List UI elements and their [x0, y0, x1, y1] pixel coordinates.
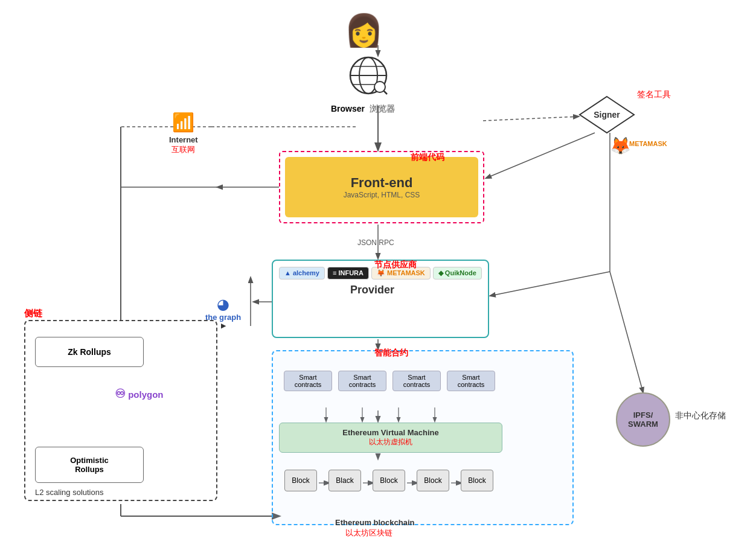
- frontend-title: Front-end: [351, 175, 413, 191]
- smart-contract-2: Smart contracts: [338, 371, 386, 391]
- wifi-icon: 📶: [169, 112, 198, 133]
- frontend-inner: Front-end JavaScript, HTML, CSS: [285, 157, 478, 217]
- block-2: Black: [328, 470, 361, 491]
- svg-line-7: [486, 133, 595, 178]
- thegraph-section: ◕ the graph ▶: [205, 296, 241, 330]
- quicknode-logo: ◆ QuikNode: [433, 267, 482, 280]
- block-5: Block: [461, 470, 493, 491]
- svg-text:Signer: Signer: [594, 110, 620, 120]
- smart-contract-1: Smart contracts: [284, 371, 332, 391]
- optimistic-line1: Optimistic: [70, 456, 109, 465]
- signer-section: Signer: [577, 94, 637, 138]
- provider-label-cn: 节点供应商: [374, 260, 417, 270]
- svg-line-9: [490, 272, 610, 296]
- signer-diamond-icon: Signer: [577, 94, 637, 136]
- ipfs-decentralized: 非中心化存储: [675, 410, 726, 421]
- block-3: Block: [373, 470, 405, 491]
- thegraph-icon: ◕: [205, 296, 241, 313]
- user-avatar: 👩: [344, 12, 383, 49]
- frontend-label-cn: 前端代码: [411, 152, 444, 163]
- smart-label-cn: 智能合约: [374, 348, 408, 359]
- ethereum-blockchain-cn: 以太坊区块链: [345, 528, 392, 538]
- smart-contract-3: Smart contracts: [392, 371, 441, 391]
- alchemy-logo: ▲ alchemy: [279, 267, 325, 280]
- frontend-subtitle: JavaScript, HTML, CSS: [344, 191, 420, 199]
- internet-section: 📶 Internet 互联网: [169, 112, 198, 155]
- thegraph-label: the graph: [205, 313, 241, 322]
- infura-logo: ≡ INFURA: [327, 267, 369, 280]
- provider-box: ▲ alchemy ≡ INFURA 🦊 METAMASK ◆ QuikNode: [272, 260, 489, 338]
- diagram: 👩 Browser 浏览器 📶 Internet 互联网 Signer 签名工具: [0, 0, 756, 559]
- svg-line-6: [483, 117, 578, 121]
- provider-title: Provider: [350, 284, 394, 296]
- l2-scaling-label: L2 scaling solutions: [35, 488, 103, 497]
- thegraph-arrow: ▶: [205, 322, 241, 330]
- ipfs-box: IPFS/ SWARM: [616, 392, 670, 447]
- evm-title: Ethereum Virtual Machine: [342, 428, 438, 437]
- metamask-icon: 🦊: [610, 136, 631, 156]
- signer-label-cn: 签名工具: [637, 89, 671, 100]
- json-rpc-label: JSON RPC: [357, 238, 394, 247]
- internet-label: Internet: [169, 135, 198, 144]
- zk-rollups-box: Zk Rollups: [35, 337, 144, 367]
- smart-contract-4: Smart contracts: [447, 371, 495, 391]
- polygon-logo: ♾ polygon: [115, 386, 164, 401]
- metamask-label: METAMASK: [629, 140, 667, 147]
- optimistic-rollups-box: Optimistic Rollups: [35, 447, 144, 483]
- block-4: Block: [417, 470, 449, 491]
- ethereum-blockchain-label: Ethereum blockchain: [335, 518, 414, 527]
- optimistic-line2: Rollups: [75, 465, 104, 474]
- svg-line-35: [383, 91, 387, 94]
- frontend-box: Front-end JavaScript, HTML, CSS: [279, 151, 484, 223]
- internet-label-cn: 互联网: [169, 144, 198, 155]
- evm-box: Ethereum Virtual Machine 以太坊虚拟机: [279, 423, 502, 453]
- sidechain-label-cn: 侧链: [24, 308, 42, 319]
- browser-label: Browser 浏览器: [331, 104, 395, 115]
- ipfs-label-line1: IPFS/: [633, 410, 653, 420]
- block-1: Block: [284, 470, 317, 491]
- browser-icon: [344, 54, 392, 103]
- ipfs-label-line2: SWARM: [628, 420, 658, 429]
- evm-cn: 以太坊虚拟机: [369, 437, 412, 447]
- svg-line-17: [610, 272, 643, 392]
